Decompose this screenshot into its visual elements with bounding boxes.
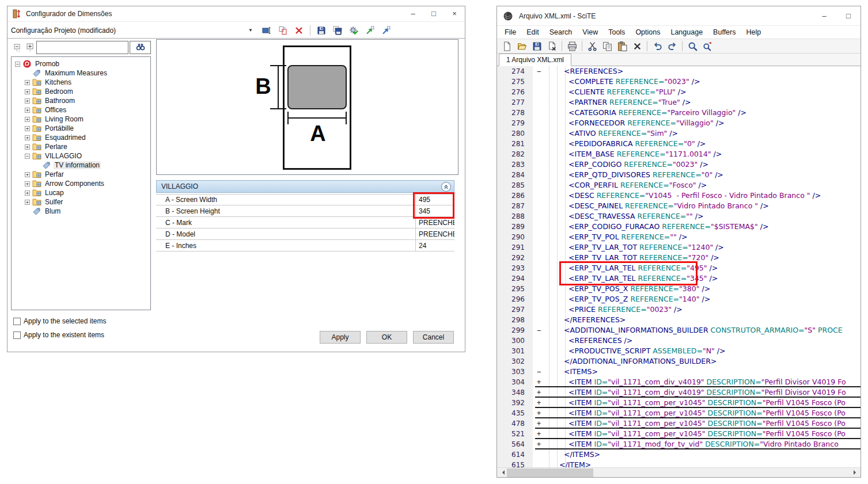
close-file-icon[interactable] (547, 41, 557, 51)
code-line[interactable]: 293<ERP_TV_LAR_TEL REFERENCE="495" /> (497, 263, 861, 273)
expand-expander-icon[interactable]: + (25, 117, 30, 122)
code-line[interactable]: 521+<ITEM ID="vil_1171_com_per_v1045" DE… (497, 429, 861, 439)
minimize-button[interactable]: – (403, 6, 423, 22)
menu-language[interactable]: Language (665, 27, 708, 37)
tree-item-sulfer[interactable]: +Sulfer (12, 197, 150, 207)
arrow-blue-icon[interactable] (381, 25, 391, 36)
expand-expander-icon[interactable]: + (25, 89, 30, 94)
property-value[interactable]: 345 (415, 205, 454, 216)
property-value[interactable]: 24 (415, 240, 454, 251)
code-line[interactable]: 274−<REFERENCES> (497, 66, 861, 77)
code-line[interactable]: 285<COR_PERFIL REFERENCE="Fosco" /> (497, 180, 861, 190)
code-line[interactable]: 478+<ITEM ID="vil_1171_com_per_v1045" DE… (497, 418, 861, 429)
code-line[interactable]: 292<ERP_TV_LAR_TOT REFERENCE="720" /> (497, 253, 861, 263)
cut-icon[interactable] (587, 41, 597, 51)
config-selector[interactable]: Configuração Projeto (modificado) (7, 26, 116, 35)
code-line[interactable]: 276<CLIENTE REFERENCE="PLU" /> (497, 87, 861, 97)
find-icon[interactable] (687, 41, 698, 51)
code-line[interactable]: 275<COMPLETE REFERENCE="0023" /> (497, 77, 861, 87)
expand-expander-icon[interactable]: + (25, 172, 30, 177)
expand-all-icon[interactable] (25, 43, 35, 53)
code-line[interactable]: 281<PEDIDOFABRICA REFERENCE="0" /> (497, 139, 861, 149)
code-line[interactable]: 280<ATIVO REFERENCE="Sim" /> (497, 128, 861, 139)
expand-expander-icon[interactable]: + (25, 98, 30, 104)
fold-collapse-marker[interactable]: − (533, 66, 547, 77)
tree-item-perfar[interactable]: +Perfar (12, 170, 150, 179)
undo-icon[interactable] (652, 41, 662, 51)
code-line[interactable]: 277<PARTNER REFERENCE="True" /> (497, 97, 861, 108)
tree-search-input[interactable] (36, 41, 128, 54)
menu-options[interactable]: Options (630, 27, 665, 37)
code-line[interactable]: 300<REFERENCES /> (497, 336, 861, 346)
tree-item-living-room[interactable]: +Living Room (12, 115, 150, 124)
code-line[interactable]: 298</REFERENCES> (497, 315, 861, 325)
apply-gear-icon[interactable] (348, 25, 359, 36)
code-line[interactable]: 615</ITEM> (497, 460, 861, 467)
expand-expander-icon[interactable]: + (25, 108, 30, 113)
tree-item-kitchens[interactable]: +Kitchens (12, 78, 150, 87)
tree-item-villaggio[interactable]: −VILLAGGIO (12, 151, 150, 161)
collapse-expander-icon[interactable]: − (15, 62, 20, 67)
collapse-group-button[interactable] (441, 182, 451, 192)
expand-expander-icon[interactable]: + (25, 135, 30, 140)
apply-existent-checkbox[interactable] (13, 331, 21, 339)
code-line[interactable]: 297<PRICE REFERENCE="0023" /> (497, 304, 861, 315)
cancel-button[interactable]: Cancel (413, 331, 454, 344)
left-titlebar[interactable]: Configurador de Dimensões – □ × (7, 6, 465, 22)
search-button[interactable] (130, 41, 151, 54)
delete-icon[interactable] (632, 41, 642, 51)
save-all-icon[interactable] (332, 25, 343, 36)
code-editor[interactable]: 274−<REFERENCES>275<COMPLETE REFERENCE="… (497, 66, 861, 467)
scroll-left-arrow[interactable] (497, 468, 507, 477)
menu-buffers[interactable]: Buffers (708, 27, 741, 37)
expand-expander-icon[interactable]: + (25, 181, 30, 186)
tree-item-maximum-measures[interactable]: Maximum Measures (12, 68, 150, 78)
save-file-icon[interactable] (532, 41, 542, 51)
maximize-button[interactable]: □ (836, 6, 861, 26)
tree-item-lucap[interactable]: +Lucap (12, 188, 150, 197)
paste-icon[interactable] (617, 41, 627, 51)
code-line[interactable]: 301<PRODUCTIVE_SCRIPT ASSEMBLED="N" /> (497, 346, 861, 356)
code-line[interactable]: 302</ADDITIONAL_INFORMATIONS_BUILDER> (497, 356, 861, 367)
expand-expander-icon[interactable]: + (25, 80, 30, 85)
tree-item-tv-information[interactable]: TV information (12, 161, 150, 170)
expand-expander-icon[interactable]: + (25, 190, 30, 196)
code-line[interactable]: 303−<ITEMS> (497, 367, 861, 377)
expand-expander-icon[interactable]: + (25, 144, 30, 150)
save-icon[interactable] (316, 25, 327, 36)
tab-arquivo-xml[interactable]: 1 Arquivo XML.xml (499, 54, 571, 66)
menu-search[interactable]: Search (544, 27, 578, 37)
menu-file[interactable]: File (499, 27, 521, 37)
horizontal-scrollbar[interactable] (497, 467, 861, 477)
dropdown-arrow-icon[interactable]: ▼ (245, 25, 256, 36)
tree-item-bathroom[interactable]: +Bathroom (12, 96, 150, 105)
right-titlebar[interactable]: Arquivo XML.xml - SciTE – □ (497, 6, 861, 26)
code-line[interactable]: 290<ERP_TV_POL REFERENCE="" /> (497, 232, 861, 242)
code-line[interactable]: 392+<ITEM ID="vil_1171_com_per_v1045" DE… (497, 398, 861, 408)
collapse-all-icon[interactable] (13, 43, 24, 53)
code-line[interactable]: 296<ERP_TV_POS_Z REFERENCE="140" /> (497, 294, 861, 304)
code-line[interactable]: 294<ERP_TV_LAR_TEL REFERENCE="345" /> (497, 273, 861, 284)
duplicate-icon[interactable] (278, 25, 288, 36)
code-line[interactable]: 295<ERP_TV_POS_X REFERENCE="380" /> (497, 284, 861, 294)
apply-selected-checkbox[interactable] (13, 318, 21, 325)
code-line[interactable]: 435+<ITEM ID="vil_1171_com_per_v1045" DE… (497, 408, 861, 418)
tree-item-offices[interactable]: +Offices (12, 105, 150, 115)
fold-collapse-marker[interactable]: − (533, 367, 547, 377)
code-line[interactable]: 287<DESC_PAINEL REFERENCE="Vidro Pintado… (497, 201, 861, 211)
code-line[interactable]: 348+<ITEM ID="vil_1171_com_div_v4019" DE… (497, 387, 861, 398)
apply-button[interactable]: Apply (320, 331, 361, 344)
tree-item-arrow-components[interactable]: +Arrow Components (12, 179, 150, 188)
code-line[interactable]: 564+<ITEM ID="vil_1171_mod_for_tv_vid" D… (497, 439, 861, 449)
code-line[interactable]: 291<ERP_TV_LAR_TOT REFERENCE="1240" /> (497, 242, 861, 253)
tree-item-bedroom[interactable]: +Bedroom (12, 87, 150, 96)
scroll-right-arrow[interactable] (851, 468, 861, 477)
code-line[interactable]: 279<FORNECEDOR REFERENCE="Villaggio" /> (497, 118, 861, 128)
code-line[interactable]: 299−<ADDITIONAL_INFORMATIONS_BUILDER CON… (497, 325, 861, 336)
code-line[interactable]: 289<ERP_CODIGO_FURACAO REFERENCE="$SISTE… (497, 222, 861, 232)
new-file-icon[interactable] (502, 41, 512, 51)
redo-icon[interactable] (667, 41, 677, 51)
scrollbar-thumb[interactable] (507, 468, 593, 477)
find-replace-icon[interactable] (702, 41, 712, 51)
tree-item-perlare[interactable]: +Perlare (12, 142, 150, 151)
